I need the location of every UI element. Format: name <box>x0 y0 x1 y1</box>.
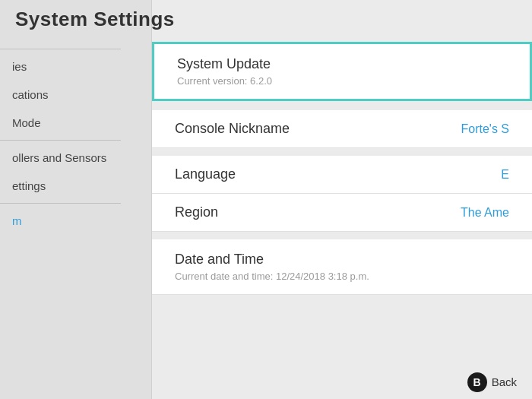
sidebar: ies cations Mode ollers and Sensors etti… <box>0 0 152 399</box>
system-update-subtitle: Current version: 6.2.0 <box>177 75 272 87</box>
region-item[interactable]: Region The Ame <box>152 194 532 232</box>
system-update-label: System Update <box>177 56 271 72</box>
console-nickname-value: Forte's S <box>461 122 509 136</box>
sidebar-item-system[interactable]: m <box>0 207 151 235</box>
date-time-item[interactable]: Date and Time Current date and time: 12/… <box>152 239 532 295</box>
language-label: Language <box>175 166 236 182</box>
back-button[interactable]: B Back <box>467 372 517 392</box>
region-label: Region <box>175 204 218 220</box>
system-update-item[interactable]: System Update Current version: 6.2.0 <box>152 42 532 101</box>
section-gap-1 <box>152 103 532 110</box>
b-button-icon: B <box>467 372 487 392</box>
bottom-bar: B Back <box>152 365 532 399</box>
console-nickname-label: Console Nickname <box>175 121 290 137</box>
section-gap-2 <box>152 148 532 156</box>
sidebar-item-settings[interactable]: ettings <box>0 172 151 200</box>
sidebar-item-ies[interactable]: ies <box>0 52 151 81</box>
section-gap-3 <box>152 232 532 239</box>
page-title: System Settings <box>15 8 175 31</box>
date-time-subtitle: Current date and time: 12/24/2018 3:18 p… <box>175 271 369 282</box>
sidebar-item-cations[interactable]: cations <box>0 81 151 109</box>
date-time-label: Date and Time <box>175 252 264 268</box>
sidebar-item-mode[interactable]: Mode <box>0 109 151 137</box>
sidebar-item-controllers[interactable]: ollers and Sensors <box>0 144 151 172</box>
main-content: System Update Current version: 6.2.0 Con… <box>152 0 532 399</box>
region-value: The Ame <box>461 206 509 220</box>
sidebar-divider-mid <box>0 140 121 141</box>
settings-list: System Update Current version: 6.2.0 Con… <box>152 42 532 295</box>
page-container: System Settings ies cations Mode ollers … <box>0 0 532 399</box>
sidebar-divider-top <box>0 49 121 49</box>
sidebar-divider-bottom <box>0 203 121 204</box>
back-button-label: Back <box>492 375 517 388</box>
console-nickname-item[interactable]: Console Nickname Forte's S <box>152 110 532 148</box>
language-value: E <box>501 168 509 182</box>
language-item[interactable]: Language E <box>152 156 532 194</box>
